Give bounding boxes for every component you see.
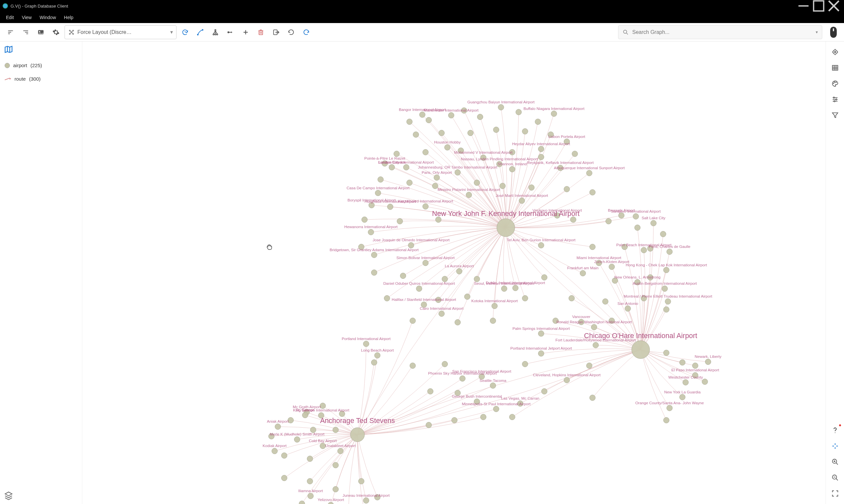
graph-node[interactable] xyxy=(438,130,445,136)
graph-node[interactable] xyxy=(564,377,570,383)
graph-node[interactable] xyxy=(308,493,313,499)
graph-node[interactable] xyxy=(423,260,428,266)
graph-node[interactable] xyxy=(294,436,300,443)
graph-node[interactable] xyxy=(407,119,413,125)
search-box[interactable]: ▾ xyxy=(618,25,822,39)
center-button[interactable] xyxy=(830,441,840,451)
graph-node[interactable] xyxy=(590,244,595,250)
export-button[interactable] xyxy=(269,26,283,39)
mouse-mode-button[interactable] xyxy=(827,26,840,39)
tree-layout-button[interactable] xyxy=(209,26,222,39)
graph-node[interactable] xyxy=(451,417,457,424)
menu-view[interactable]: View xyxy=(18,14,35,21)
auto-layout-button[interactable] xyxy=(194,26,207,39)
graph-node[interactable] xyxy=(541,274,547,281)
chevron-down-icon[interactable]: ▾ xyxy=(816,30,818,35)
screenshot-button[interactable] xyxy=(34,26,48,39)
graph-hub-node[interactable] xyxy=(632,341,650,359)
graph-node[interactable] xyxy=(481,414,486,420)
graph-node[interactable] xyxy=(397,218,403,224)
graph-node[interactable] xyxy=(333,462,339,468)
graph-node[interactable] xyxy=(519,198,525,204)
graph-node[interactable] xyxy=(389,164,395,170)
graph-node[interactable] xyxy=(307,478,313,484)
graph-node[interactable] xyxy=(662,286,668,292)
graph-node[interactable] xyxy=(416,286,422,292)
collapse-right-icon[interactable] xyxy=(19,26,32,39)
graph-node[interactable] xyxy=(442,361,448,367)
graph-node[interactable] xyxy=(538,154,544,160)
graph-node[interactable] xyxy=(468,130,473,136)
graph-node[interactable] xyxy=(498,104,504,110)
graph-hub-node[interactable] xyxy=(497,219,515,237)
graph-node[interactable] xyxy=(664,350,669,356)
graph-node[interactable] xyxy=(609,264,615,270)
graph-node[interactable] xyxy=(679,359,685,365)
palette-button[interactable] xyxy=(830,78,840,89)
table-view-button[interactable] xyxy=(830,62,840,73)
map-toggle-button[interactable] xyxy=(4,45,13,54)
graph-node[interactable] xyxy=(387,204,393,210)
graph-node[interactable] xyxy=(569,295,575,301)
graph-node[interactable] xyxy=(591,324,597,330)
graph-node[interactable] xyxy=(403,164,409,170)
graph-node[interactable] xyxy=(320,443,326,449)
graph-node[interactable] xyxy=(423,149,428,156)
graph-node[interactable] xyxy=(493,127,499,133)
graph-node[interactable] xyxy=(522,295,528,301)
graph-node[interactable] xyxy=(410,363,416,369)
graph-node[interactable] xyxy=(702,379,708,385)
help-button[interactable] xyxy=(830,425,840,435)
graph-node[interactable] xyxy=(590,395,595,401)
graph-node[interactable] xyxy=(307,456,313,462)
graph-node[interactable] xyxy=(580,270,586,276)
redo-button[interactable] xyxy=(300,26,313,39)
graph-node[interactable] xyxy=(333,486,339,492)
graph-node[interactable] xyxy=(275,424,281,430)
graph-node[interactable] xyxy=(378,177,384,182)
graph-node[interactable] xyxy=(302,412,308,418)
graph-node[interactable] xyxy=(371,252,377,258)
graph-node[interactable] xyxy=(455,319,461,325)
graph-node[interactable] xyxy=(509,414,515,420)
graph-node[interactable] xyxy=(490,318,496,324)
graph-node[interactable] xyxy=(456,268,462,274)
legend-airport[interactable]: airport (225) xyxy=(3,60,79,71)
graph-node[interactable] xyxy=(572,151,578,157)
graph-node[interactable] xyxy=(501,286,507,292)
locate-button[interactable] xyxy=(830,47,840,57)
sliders-button[interactable] xyxy=(830,94,840,105)
graph-node[interactable] xyxy=(538,350,544,357)
graph-node[interactable] xyxy=(587,170,592,176)
graph-node[interactable] xyxy=(509,166,515,172)
graph-node[interactable] xyxy=(328,502,334,504)
graph-node[interactable] xyxy=(438,311,445,317)
add-button[interactable] xyxy=(239,26,252,39)
maximize-button[interactable] xyxy=(811,0,826,12)
search-input[interactable] xyxy=(632,29,812,35)
graph-node[interactable] xyxy=(625,306,631,311)
graph-node[interactable] xyxy=(358,478,364,484)
graph-node[interactable] xyxy=(413,132,419,138)
graph-node[interactable] xyxy=(368,229,374,235)
graph-node[interactable] xyxy=(500,183,505,189)
graph-node[interactable] xyxy=(299,501,305,504)
graph-node[interactable] xyxy=(666,405,672,411)
graph-node[interactable] xyxy=(493,406,499,412)
graph-node[interactable] xyxy=(272,448,277,454)
menu-help[interactable]: Help xyxy=(60,14,77,21)
graph-svg[interactable]: Guangzhou Baiyun International AirportMa… xyxy=(82,41,826,504)
graph-node[interactable] xyxy=(363,341,369,347)
graph-node[interactable] xyxy=(384,295,390,301)
graph-hub-node[interactable] xyxy=(351,428,364,442)
graph-canvas[interactable]: Guangzhou Baiyun International AirportMa… xyxy=(82,41,826,504)
zoom-out-button[interactable] xyxy=(830,472,840,483)
graph-node[interactable] xyxy=(522,128,528,134)
graph-node[interactable] xyxy=(705,359,711,365)
graph-node[interactable] xyxy=(362,217,367,222)
edge-button[interactable] xyxy=(224,26,237,39)
graph-node[interactable] xyxy=(333,427,339,433)
legend-route[interactable]: route (300) xyxy=(3,73,79,84)
graph-node[interactable] xyxy=(281,475,287,481)
menu-edit[interactable]: Edit xyxy=(3,14,17,21)
